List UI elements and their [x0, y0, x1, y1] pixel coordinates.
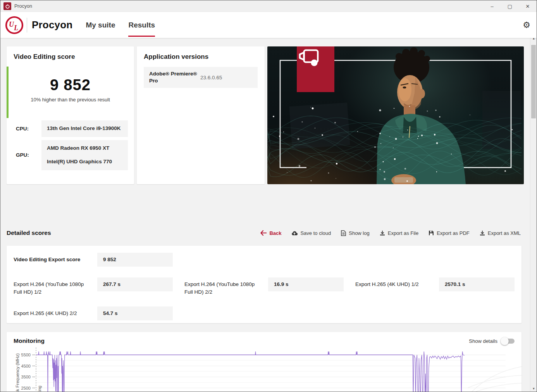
video-editing-logo: [297, 46, 334, 92]
toolbar: Back Save to cloud Show log Export as Fi…: [260, 230, 521, 236]
video-editing-score-card: Video Editing score 9 852 10% higher tha…: [7, 46, 134, 184]
tab-bar: My suite Results: [86, 12, 155, 38]
score-item-label: Video Editing Export score: [14, 253, 97, 264]
application-versions-card: Application versions Adobe® Premiere® Pr…: [137, 46, 265, 184]
show-log-button[interactable]: Show log: [341, 230, 369, 236]
score-item-label: Export H.265 (4K UHD) 2/2: [14, 306, 97, 317]
svg-text:3500: 3500: [21, 375, 31, 379]
video-camera-icon: [297, 46, 321, 69]
monitoring-card: Monitoring Show details 5001500250035004…: [7, 332, 522, 392]
application-name: Adobe® Premiere® Pro: [149, 70, 200, 84]
versions-card-title: Application versions: [137, 46, 265, 61]
tab-results[interactable]: Results: [128, 12, 155, 38]
monitoring-title: Monitoring: [14, 337, 45, 344]
gpu-label: GPU:: [16, 152, 41, 158]
cpu-value: 13th Gen Intel Core i9-13900K: [41, 120, 128, 137]
score-item: Export H.264 (YouTube 1080p Full HD) 1/2…: [14, 277, 173, 296]
score-accent-bar: [7, 67, 9, 118]
show-details-toggle[interactable]: [501, 339, 515, 344]
results-page: Video Editing score 9 852 10% higher tha…: [0, 38, 530, 392]
export-as-file-button[interactable]: Export as File: [380, 230, 418, 236]
download-icon: [380, 230, 385, 236]
show-details-label: Show details: [469, 338, 497, 344]
titlebar: Procyon – ▢ ✕: [0, 0, 537, 12]
toggle-knob: [501, 337, 509, 345]
app-window: Procyon – ▢ ✕ U L Procyon My suite Resul…: [0, 0, 537, 392]
save-icon: [429, 230, 434, 236]
hero-image: [267, 46, 524, 184]
svg-text:L: L: [14, 24, 18, 32]
svg-text:U: U: [9, 21, 14, 28]
app-name: Procyon: [32, 19, 72, 31]
detailed-scores-title: Detailed scores: [7, 229, 51, 236]
download-icon: [480, 230, 485, 236]
maximize-button[interactable]: ▢: [501, 0, 519, 12]
cloud-upload-icon: [291, 231, 298, 236]
score-item: Video Editing Export score 9 852: [14, 253, 173, 267]
score-item: Export H.264 (YouTube 1080p Full HD) 2/2…: [184, 277, 344, 296]
minimize-button[interactable]: –: [483, 0, 501, 12]
svg-text:4500: 4500: [21, 364, 31, 368]
vertical-scrollbar[interactable]: ▲ ▼: [530, 38, 537, 392]
cpu-label: CPU:: [16, 126, 41, 132]
score-item-value: 267.7 s: [97, 277, 173, 291]
score-item-label: Export H.265 (4K UHD) 1/2: [355, 277, 439, 288]
tab-my-suite[interactable]: My suite: [86, 12, 115, 38]
gpu-values: AMD Radeon RX 6950 XT Intel(R) UHD Graph…: [41, 140, 128, 170]
score-item-label: Export H.264 (YouTube 1080p Full HD) 1/2: [14, 277, 97, 296]
back-arrow-icon: [260, 230, 267, 236]
score-item: Export H.265 (4K UHD) 1/2 2570.1 s: [355, 277, 515, 296]
scroll-down-arrow[interactable]: ▼: [530, 386, 537, 392]
header-divider: [27, 18, 27, 33]
gpu-row: GPU: AMD Radeon RX 6950 XT Intel(R) UHD …: [7, 140, 134, 170]
benchmark-score: 9 852: [7, 76, 134, 94]
close-button[interactable]: ✕: [519, 0, 537, 12]
detailed-scores-card: Video Editing Export score 9 852 Export …: [7, 246, 522, 323]
svg-text:5500: 5500: [21, 353, 31, 357]
cpu-row: CPU: 13th Gen Intel Core i9-13900K: [7, 120, 134, 137]
score-comparison-text: 10% higher than the previous result: [7, 97, 134, 103]
back-button[interactable]: Back: [260, 230, 281, 236]
score-item-value: 16.9 s: [268, 277, 344, 291]
score-card-title: Video Editing score: [7, 46, 134, 61]
cpu-frequency-chart: 5001500250035004500550008:2025:0041:4058…: [14, 345, 515, 392]
score-item: Export H.265 (4K UHD) 2/2 54.7 s: [14, 306, 173, 320]
app-header: U L Procyon My suite Results ⚙: [0, 12, 537, 38]
save-to-cloud-button[interactable]: Save to cloud: [291, 230, 331, 236]
ul-logo: U L: [5, 16, 24, 34]
window-title: Procyon: [14, 3, 32, 9]
actions-row: Detailed scores Back Save to cloud Show …: [7, 229, 521, 236]
gpu-value-2: Intel(R) UHD Graphics 770: [47, 158, 122, 166]
application-version: 23.6.0.65: [200, 75, 222, 80]
export-as-xml-button[interactable]: Export as XML: [480, 230, 521, 236]
score-item-label: Export H.264 (YouTube 1080p Full HD) 2/2: [184, 277, 268, 296]
version-row: Adobe® Premiere® Pro 23.6.0.65: [144, 67, 258, 88]
export-as-pdf-button[interactable]: Export as PDF: [429, 230, 470, 236]
score-item-value: 9 852: [97, 253, 173, 267]
procyon-app-icon: [3, 2, 11, 10]
gpu-value-1: AMD Radeon RX 6950 XT: [47, 144, 122, 152]
score-item-value: 54.7 s: [97, 306, 173, 320]
document-icon: [341, 230, 346, 236]
scrollbar-thumb[interactable]: [531, 45, 536, 118]
svg-text:2500: 2500: [21, 386, 31, 390]
gear-icon[interactable]: ⚙: [523, 21, 530, 29]
svg-text:Video editing: Video editing: [37, 386, 42, 392]
svg-text:CPU Clock Frequency (MHz): CPU Clock Frequency (MHz): [15, 353, 20, 392]
score-item-value: 2570.1 s: [439, 277, 515, 291]
